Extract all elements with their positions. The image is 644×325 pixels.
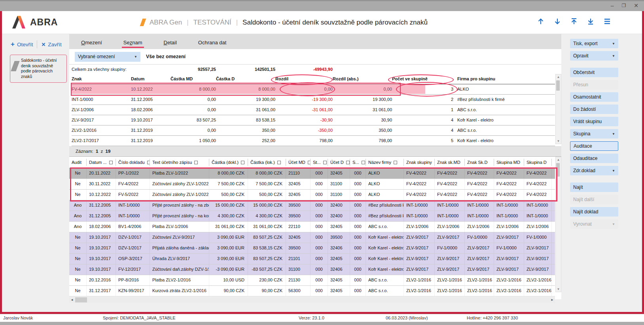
action-opravit-button[interactable]: Opravit▼ [570, 51, 618, 61]
action-osamostatnit-button[interactable]: Osamostatnit [570, 92, 618, 102]
column-header[interactable]: Účet D [328, 159, 350, 166]
column-header[interactable]: Znak sk.MD [435, 159, 465, 166]
maximize-button[interactable]: ❐ [622, 1, 626, 10]
table-row[interactable]: ZLV2-1/201631.12.20190,00350,00-350,0035… [72, 125, 555, 136]
column-header[interactable]: Částka (lok.) [248, 159, 286, 166]
close-button[interactable]: ✕ [634, 1, 638, 10]
scroll-up-icon[interactable]: ▲ [556, 74, 561, 80]
table-cell: INT-1/0000 [404, 200, 435, 211]
table-row[interactable]: Ne19.10.2017DZV-1/2017Zúčtování ZLV-9/20… [69, 232, 555, 243]
column-header[interactable]: Částka MD [170, 74, 216, 84]
tab-ochrana-dat[interactable]: Ochrana dat [197, 40, 228, 49]
scroll-right-icon[interactable]: ► [549, 297, 555, 303]
action-obcerstvit-button[interactable]: Občerstvit [570, 68, 618, 77]
table-row[interactable]: Ne20.12.2016PP-8/2016Platba ZLV2-1/20161… [69, 275, 555, 286]
filter-box-icon[interactable] [147, 161, 150, 164]
column-header[interactable]: S... [350, 159, 366, 166]
table-row[interactable]: Ne10.12.2022FV-5/2022Zúčtování zálohy ZL… [69, 190, 555, 200]
table-cell: INT-1/0000 [494, 211, 524, 221]
table-row[interactable]: Ne19.10.2017DZV-1/2017Přijatá záloha dan… [69, 243, 555, 254]
table-cell: 8 000,00 CZK [248, 168, 286, 179]
close-tab-button[interactable]: ✕ Zavřít [41, 42, 61, 48]
filter-box-icon[interactable] [277, 161, 281, 164]
groups-scrollbar[interactable]: ▲ ▼ [555, 74, 561, 144]
column-header[interactable]: Znak [72, 74, 131, 84]
action-do-zadosti-button[interactable]: Do žádostí [570, 105, 618, 114]
column-header[interactable]: Datum [131, 74, 170, 84]
table-cell: 19.10.2017 [87, 254, 116, 264]
filter-box-icon[interactable] [394, 161, 397, 164]
open-button[interactable]: + Otevřít [11, 42, 33, 48]
selected-restriction-dropdown[interactable]: Vybrané omezení ▼ [75, 52, 140, 62]
action-zdr-doklad-button[interactable]: Zdr.doklad▼ [570, 166, 618, 175]
table-row[interactable]: Ne19.10.2017OSP-3/2017Úhrada ZLV-9/20173… [69, 254, 555, 264]
filter-box-icon[interactable] [323, 161, 327, 164]
table-row[interactable]: Ne20.11.2022PP-1/2022Platba ZLV-1/20228 … [69, 168, 555, 179]
column-header[interactable]: Rozdíl (abs.) [333, 74, 392, 84]
column-header[interactable]: Audit [69, 159, 87, 166]
table-row[interactable]: Ne31.12.2017KZN-99/2017Kurzová ztráta ZL… [69, 286, 555, 296]
table-row[interactable]: Ano18.02.2006BV1-4/2006Platba ZLV-1/2006… [69, 222, 555, 232]
journal-hscrollbar[interactable]: ◄ ► [69, 297, 555, 303]
table-row[interactable]: FV-4/202210.12.20228 000,008 000,000,000… [72, 84, 555, 95]
column-header[interactable]: Částka (dokl.) [209, 159, 248, 166]
column-header[interactable]: Znak Sk.D [465, 159, 494, 166]
column-header[interactable]: Číslo dokladu [116, 159, 150, 166]
action-odauditace-button[interactable]: Odauditace [570, 154, 618, 163]
arrow-first-icon[interactable] [570, 17, 578, 25]
column-header[interactable]: Částka D [216, 74, 275, 84]
column-header[interactable]: Rozdíl [275, 74, 333, 84]
column-header[interactable]: Název firmy [366, 159, 404, 166]
table-row[interactable]: INT-1/000031.12.20050,0019 300,00-19 300… [72, 95, 555, 105]
minimize-button[interactable]: – [611, 1, 614, 10]
column-header-label: St... [313, 160, 321, 165]
filter-box-icon[interactable] [346, 161, 350, 164]
column-header[interactable]: Skupina D [524, 159, 552, 166]
filter-box-icon[interactable] [194, 161, 198, 164]
column-header[interactable]: Účet MD [286, 159, 311, 166]
filter-box-icon[interactable] [308, 161, 311, 164]
scrollbar-thumb[interactable] [556, 163, 560, 177]
open-agenda-card[interactable]: Saldokonto - účetní denik souvztažně pod… [10, 55, 67, 83]
tab-detail[interactable]: Detail [162, 40, 178, 49]
table-row[interactable]: ZLV2-17/201731.12.20191 050,00252,00798,… [72, 136, 555, 146]
scroll-up-icon[interactable]: ▲ [556, 157, 561, 162]
arrow-down-icon[interactable] [553, 17, 561, 25]
action-najit-button[interactable]: Najít [570, 182, 618, 192]
action-vratit-skupinu-button[interactable]: Vrátit skupinu [570, 117, 618, 126]
column-header[interactable]: Znak skupiny [404, 159, 435, 166]
menu-icon[interactable] [603, 17, 611, 25]
action-label: Osamostatnit [573, 94, 601, 100]
tab-seznam[interactable]: Seznam [122, 40, 144, 49]
table-row[interactable]: Ano31.12.2005INT-1/0000Přijté provozní z… [69, 211, 555, 222]
scroll-left-icon[interactable]: ◄ [69, 297, 75, 303]
table-row[interactable]: Ne30.11.2022FV-4/2022Zúčtování zálohy ZL… [69, 179, 555, 190]
table-cell: ZLV2-1/2016 [435, 275, 465, 285]
scroll-down-icon[interactable]: ▼ [556, 139, 561, 144]
scrollbar-thumb[interactable] [556, 80, 560, 91]
action-najit-doklad-button[interactable]: Najít doklad [570, 207, 618, 217]
scroll-down-icon[interactable]: ▼ [556, 287, 561, 292]
arrow-last-icon[interactable] [587, 17, 595, 25]
arrow-up-icon[interactable] [537, 17, 545, 25]
action-auditace-button[interactable]: Auditace [570, 141, 618, 151]
action-skupina-button[interactable]: Skupina▼ [570, 129, 618, 139]
table-row[interactable]: ZLV-1/200618.02.20060,0031 061,00-31 061… [72, 105, 555, 115]
column-header[interactable]: Počet ve skupině [392, 74, 453, 84]
filter-box-icon[interactable] [362, 161, 365, 164]
column-header[interactable]: Skupina MD [494, 159, 524, 166]
table-row[interactable]: Ne19.10.2017FV-12/2017Zúčtování daň.zálo… [69, 264, 555, 275]
column-header[interactable]: Text účetního zápisu [150, 159, 209, 166]
column-header[interactable]: St... [311, 159, 328, 166]
action-tisk-export-button[interactable]: Tisk, export▼ [570, 39, 618, 48]
table-cell: 000 [350, 222, 366, 232]
filter-box-icon[interactable] [241, 161, 244, 164]
scrollbar-thumb[interactable] [75, 297, 87, 302]
column-header[interactable]: Firma pro skupinu [453, 74, 555, 84]
column-header[interactable]: Datum ... [87, 159, 116, 166]
filter-box-icon[interactable] [109, 161, 113, 164]
table-row[interactable]: Ano31.12.2005INT-1/0000Přijté provozní z… [69, 200, 555, 211]
journal-scrollbar[interactable]: ▲ ▼ [555, 157, 561, 292]
tab-omezeni[interactable]: Omezení [80, 40, 104, 49]
table-row[interactable]: ZLV-9/201719.10.201783 507,2583 538,15-3… [72, 115, 555, 125]
